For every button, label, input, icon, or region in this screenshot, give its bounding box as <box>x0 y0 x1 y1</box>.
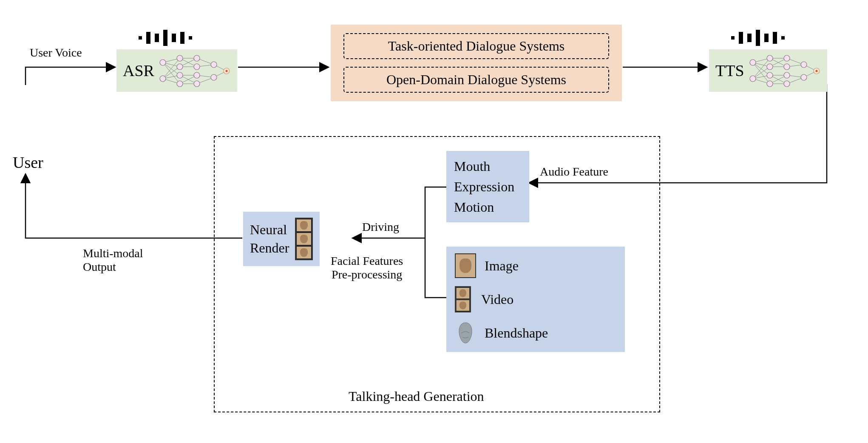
svg-point-61 <box>767 64 773 70</box>
facial-features-text: Facial Features <box>331 254 403 268</box>
head3d-icon <box>455 321 476 345</box>
ref-blendshape-row: Blendshape <box>455 321 616 345</box>
multimodal-text: Multi-modal <box>83 247 143 260</box>
svg-point-28 <box>194 55 200 61</box>
output-text: Output <box>83 260 143 274</box>
film-strip-icon <box>455 286 471 312</box>
ref-blendshape-label: Blendshape <box>485 325 548 341</box>
feature-motion: Motion <box>454 197 522 217</box>
tts-label: TTS <box>715 61 744 80</box>
edge-user-asr <box>26 67 115 85</box>
svg-point-35 <box>225 70 227 72</box>
film-strip-icon <box>295 218 313 260</box>
svg-point-71 <box>815 70 817 72</box>
neural-text: Neural <box>250 221 289 239</box>
edge-label-facial-features: Facial Features Pre-processing <box>331 254 403 281</box>
svg-point-27 <box>177 81 183 87</box>
ref-video-label: Video <box>481 292 513 307</box>
svg-point-23 <box>160 76 166 82</box>
tts-box: TTS <box>709 49 827 92</box>
svg-point-63 <box>767 81 773 87</box>
refs-box: Image Video Blendshape <box>446 247 625 352</box>
svg-point-29 <box>194 64 200 70</box>
svg-point-58 <box>750 60 756 65</box>
edge-label-driving: Driving <box>362 220 399 234</box>
svg-point-32 <box>211 62 217 68</box>
neural-net-icon <box>159 54 231 87</box>
edge-label-user-voice: User Voice <box>30 46 82 60</box>
svg-point-66 <box>784 72 790 78</box>
feature-expression: Expression <box>454 176 522 197</box>
svg-point-62 <box>767 72 773 78</box>
talking-head-label: Talking-head Generation <box>349 389 484 404</box>
task-oriented-box: Task-oriented Dialogue Systems <box>343 33 609 59</box>
svg-point-67 <box>784 81 790 87</box>
render-text: Render <box>250 239 289 257</box>
svg-point-22 <box>160 60 166 65</box>
dialogue-systems-box: Task-oriented Dialogue Systems Open-Doma… <box>331 25 622 101</box>
edge-render-user <box>26 174 242 238</box>
svg-point-25 <box>177 64 183 70</box>
ref-video-row: Video <box>455 285 616 314</box>
open-domain-box: Open-Domain Dialogue Systems <box>343 67 609 93</box>
svg-point-60 <box>767 55 773 61</box>
svg-point-59 <box>750 76 756 82</box>
features-box: Mouth Expression Motion <box>446 151 529 222</box>
image-icon <box>455 253 476 278</box>
neural-render-box: Neural Render <box>243 212 320 266</box>
svg-point-68 <box>801 62 807 68</box>
task-oriented-label: Task-oriented Dialogue Systems <box>388 38 564 54</box>
svg-point-33 <box>211 74 217 80</box>
svg-point-69 <box>801 74 807 80</box>
tts-group: TTS <box>709 30 827 92</box>
svg-point-64 <box>784 55 790 61</box>
feature-mouth: Mouth <box>454 156 522 176</box>
svg-point-30 <box>194 72 200 78</box>
open-domain-label: Open-Domain Dialogue Systems <box>386 72 566 87</box>
ref-image-label: Image <box>485 258 519 274</box>
user-label: User <box>13 153 43 172</box>
waveform-icon <box>731 30 827 46</box>
asr-box: ASR <box>116 49 237 92</box>
svg-point-65 <box>784 64 790 70</box>
neural-net-icon <box>749 54 821 87</box>
asr-label: ASR <box>123 61 154 80</box>
preprocessing-text: Pre-processing <box>331 268 403 281</box>
svg-point-31 <box>194 81 200 87</box>
waveform-icon <box>139 30 237 46</box>
ref-image-row: Image <box>455 253 616 278</box>
svg-point-26 <box>177 72 183 78</box>
svg-point-24 <box>177 55 183 61</box>
edge-label-multimodal: Multi-modal Output <box>83 247 143 274</box>
neural-render-textgroup: Neural Render <box>250 221 289 257</box>
asr-group: ASR <box>116 30 237 92</box>
